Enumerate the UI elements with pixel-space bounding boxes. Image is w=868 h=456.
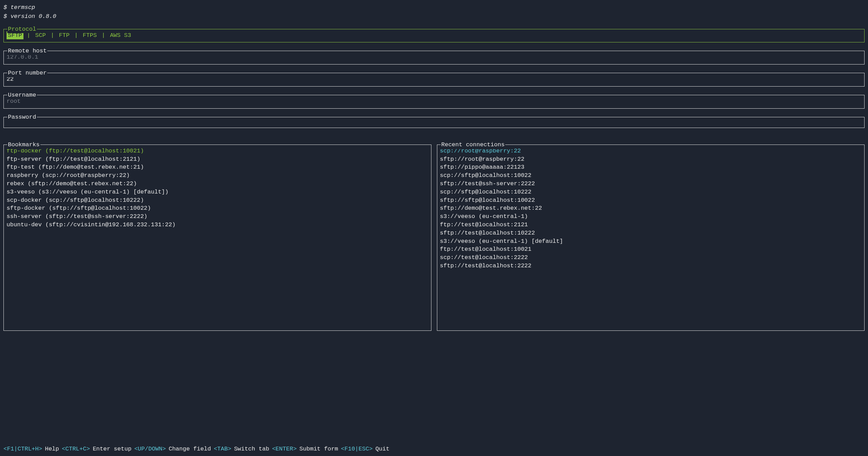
recent-label: Recent connections <box>441 141 506 149</box>
recent-item[interactable]: ftp://test@localhost:2121 <box>440 221 862 229</box>
recent-item[interactable]: sftp://root@raspberry:22 <box>440 155 862 163</box>
header-line-1: $ termscp <box>3 3 865 12</box>
footer-desc: Change field <box>169 445 211 453</box>
bookmark-item[interactable]: ssh-server (sftp://test@ssh-server:2222) <box>7 212 428 221</box>
recent-item[interactable]: sftp://demo@test.rebex.net:22 <box>440 204 862 212</box>
recent-item[interactable]: ftp://test@localhost:10021 <box>440 245 862 254</box>
protocol-label: Protocol <box>7 25 37 33</box>
bookmark-item[interactable]: ftp-test (ftp://demo@test.rebex.net:21) <box>7 163 428 171</box>
password-field[interactable]: Password <box>3 117 865 128</box>
username-field[interactable]: Username root <box>3 95 865 109</box>
header-line-2: $ version 0.8.0 <box>3 12 865 21</box>
recent-list: scp://root@raspberry:22sftp://root@raspb… <box>440 147 862 270</box>
footer-key: <F10|ESC> <box>341 445 373 453</box>
footer-desc: Enter setup <box>93 445 131 453</box>
port-label: Port number <box>7 69 47 77</box>
bookmarks-label: Bookmarks <box>7 141 40 149</box>
port-field[interactable]: Port number 22 <box>3 73 865 87</box>
protocol-separator: | <box>71 31 81 40</box>
protocol-tab-ftps[interactable]: FTPS <box>81 31 98 40</box>
recent-item[interactable]: sftp://test@localhost:10222 <box>440 229 862 237</box>
protocol-separator: | <box>47 31 58 40</box>
footer-key: <UP/DOWN> <box>134 445 166 453</box>
protocol-tab-ftp[interactable]: FTP <box>58 31 71 40</box>
footer-key: <F1|CTRL+H> <box>3 445 42 453</box>
recent-panel[interactable]: Recent connections scp://root@raspberry:… <box>437 145 865 331</box>
footer-key: <CTRL+C> <box>62 445 90 453</box>
footer-desc: Quit <box>376 445 390 453</box>
password-label: Password <box>7 113 37 121</box>
bookmark-item[interactable]: ftp-docker (ftp://test@localhost:10021) <box>7 147 428 155</box>
footer-key: <ENTER> <box>272 445 296 453</box>
footer-desc: Submit form <box>300 445 338 453</box>
bookmark-item[interactable]: sftp-docker (sftp://sftp@localhost:10022… <box>7 204 428 212</box>
footer-key: <TAB> <box>214 445 231 453</box>
bookmarks-panel[interactable]: Bookmarks ftp-docker (ftp://test@localho… <box>3 145 431 331</box>
bookmark-item[interactable]: ftp-server (ftp://test@localhost:2121) <box>7 155 428 163</box>
bookmark-item[interactable]: scp-docker (scp://sftp@localhost:10222) <box>7 196 428 205</box>
recent-item[interactable]: sftp://sftp@localhost:10022 <box>440 196 862 205</box>
recent-item[interactable]: scp://test@localhost:2222 <box>440 254 862 262</box>
footer-desc: Help <box>45 445 59 453</box>
recent-item[interactable]: scp://sftp@localhost:10022 <box>440 171 862 180</box>
protocol-separator: | <box>98 31 108 40</box>
bookmark-item[interactable]: s3-veeso (s3://veeso (eu-central-1) [def… <box>7 188 428 196</box>
recent-item[interactable]: sftp://pippo@aaaaa:22123 <box>440 163 862 171</box>
protocol-tabs: SFTP|SCP|FTP|FTPS|AWS S3 <box>7 31 861 40</box>
recent-item[interactable]: scp://sftp@localhost:10222 <box>440 188 862 196</box>
recent-item[interactable]: sftp://test@localhost:2222 <box>440 262 862 270</box>
protocol-field[interactable]: Protocol SFTP|SCP|FTP|FTPS|AWS S3 <box>3 29 865 43</box>
bookmark-item[interactable]: rebex (sftp://demo@test.rebex.net:22) <box>7 180 428 188</box>
footer-help: <F1|CTRL+H>Help<CTRL+C>Enter setup<UP/DO… <box>3 445 389 453</box>
bookmarks-list: ftp-docker (ftp://test@localhost:10021)f… <box>7 147 428 229</box>
remote-host-label: Remote host <box>7 47 47 55</box>
remote-host-field[interactable]: Remote host 127.0.0.1 <box>3 51 865 65</box>
recent-item[interactable]: sftp://test@ssh-server:2222 <box>440 180 862 188</box>
username-label: Username <box>7 91 37 99</box>
protocol-tab-aws-s3[interactable]: AWS S3 <box>109 31 133 40</box>
recent-item[interactable]: s3://veeso (eu-central-1) [default] <box>440 237 862 246</box>
bookmark-item[interactable]: raspberry (scp://root@raspberry:22) <box>7 171 428 180</box>
bookmark-item[interactable]: ubuntu-dev (sftp://cvisintin@192.168.232… <box>7 221 428 229</box>
recent-item[interactable]: s3://veeso (eu-central-1) <box>440 212 862 221</box>
footer-desc: Switch tab <box>234 445 269 453</box>
